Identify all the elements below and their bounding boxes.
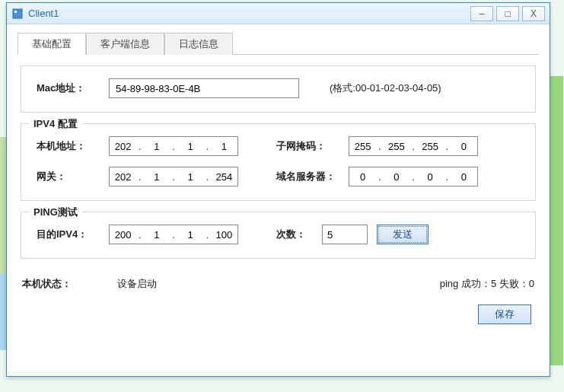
ping-result: ping 成功：5 失败：0	[440, 277, 534, 291]
ip-octet[interactable]	[452, 171, 475, 183]
ip-octet[interactable]	[419, 141, 441, 152]
tab-log-info[interactable]: 日志信息	[164, 33, 233, 55]
gateway-input[interactable]: . . .	[109, 167, 238, 186]
subnet-mask-input[interactable]: . . .	[349, 136, 478, 156]
ip-octet[interactable]	[352, 141, 374, 152]
mac-input[interactable]	[109, 78, 299, 98]
dns-label: 域名服务器：	[276, 170, 349, 183]
ip-octet[interactable]	[112, 141, 135, 152]
ip-octet[interactable]	[212, 141, 235, 152]
maximize-button[interactable]: □	[496, 6, 519, 21]
titlebar: Client1 – □ X	[7, 3, 550, 24]
status-label: 本机状态：	[22, 277, 72, 291]
ip-octet[interactable]	[212, 229, 235, 241]
ip-octet[interactable]	[385, 141, 408, 152]
ip-octet[interactable]	[112, 171, 135, 183]
svg-rect-0	[13, 9, 22, 18]
local-ip-input[interactable]: . . .	[109, 136, 238, 156]
ping-count-input[interactable]	[322, 225, 368, 244]
mac-format-hint: (格式:00-01-02-03-04-05)	[330, 81, 441, 95]
local-ip-label: 本机地址：	[37, 139, 109, 153]
gateway-label: 网关：	[37, 170, 109, 183]
subnet-mask-label: 子网掩码：	[276, 139, 349, 153]
ip-octet[interactable]	[352, 171, 374, 183]
app-icon	[11, 8, 24, 20]
window-title: Client1	[28, 8, 467, 19]
mac-label: Mac地址：	[37, 81, 109, 95]
window-controls: – □ X	[467, 6, 545, 21]
ip-octet[interactable]	[145, 141, 168, 152]
dialog-window: Client1 – □ X 基础配置 客户端信息 日志信息 Mac地址： (格式…	[6, 2, 550, 377]
dns-input[interactable]: . . .	[349, 167, 478, 186]
save-button[interactable]: 保存	[478, 304, 531, 324]
ipv4-legend: IPV4 配置	[29, 117, 82, 131]
ip-octet[interactable]	[145, 229, 168, 241]
save-row: 保存	[7, 304, 550, 332]
ping-target-input[interactable]: . . .	[109, 225, 238, 244]
send-button[interactable]: 发送	[377, 225, 429, 244]
ip-octet[interactable]	[385, 171, 408, 183]
tab-basic[interactable]: 基础配置	[18, 33, 86, 55]
tab-client-info[interactable]: 客户端信息	[86, 33, 164, 55]
ping-count-label: 次数：	[276, 228, 322, 241]
minimize-button[interactable]: –	[470, 6, 493, 21]
ipv4-panel: IPV4 配置 本机地址： . . . 子网掩码： . . . 网关：	[21, 123, 536, 201]
tab-content: Mac地址： (格式:00-01-02-03-04-05) IPV4 配置 本机…	[7, 55, 550, 274]
ping-legend: PING测试	[29, 206, 82, 219]
status-value: 设备启动	[117, 277, 157, 291]
tabs: 基础配置 客户端信息 日志信息	[18, 32, 539, 55]
ip-octet[interactable]	[179, 229, 202, 241]
ip-octet[interactable]	[179, 141, 202, 152]
close-button[interactable]: X	[522, 6, 545, 21]
ip-octet[interactable]	[145, 171, 168, 183]
ip-octet[interactable]	[112, 229, 135, 241]
svg-rect-1	[14, 11, 17, 13]
ip-octet[interactable]	[179, 171, 202, 183]
mac-panel: Mac地址： (格式:00-01-02-03-04-05)	[21, 65, 536, 113]
ping-panel: PING测试 目的IPV4： . . . 次数： 发送	[21, 212, 536, 259]
ip-octet[interactable]	[452, 141, 475, 152]
ip-octet[interactable]	[212, 171, 235, 183]
ping-target-label: 目的IPV4：	[37, 228, 109, 241]
status-row: 本机状态： 设备启动 ping 成功：5 失败：0	[7, 274, 550, 304]
ip-octet[interactable]	[419, 171, 441, 183]
